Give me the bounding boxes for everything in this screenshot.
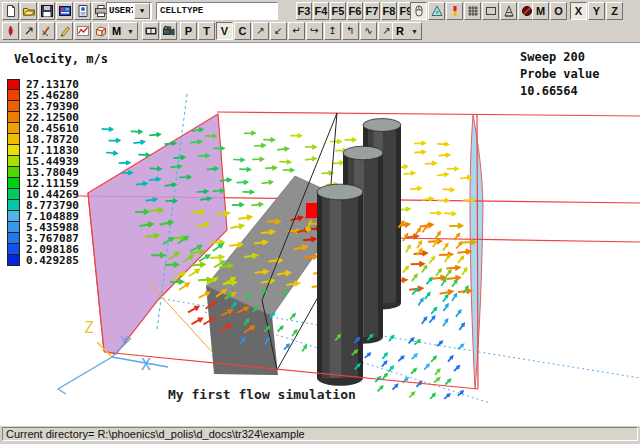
new-file-button[interactable] xyxy=(2,2,19,20)
axis-x-button[interactable]: X xyxy=(570,2,587,20)
new-icon xyxy=(5,5,17,17)
solver-readout: Sweep 200 Probe value 10.66564 xyxy=(520,49,599,100)
probe-button[interactable] xyxy=(446,2,463,20)
mesh-button[interactable]: M xyxy=(532,2,549,20)
tilt-down-button-icon: ↰ xyxy=(346,26,354,36)
domain-edge-front xyxy=(104,352,478,389)
animation-button-group xyxy=(142,22,177,40)
function-key-group: F3F4F5F6F7F8F9 xyxy=(296,2,414,20)
probe-value-label: Probe value xyxy=(520,66,599,83)
x-axis-label: X xyxy=(141,355,151,374)
eraser-button[interactable] xyxy=(38,22,55,40)
objects-button[interactable]: O xyxy=(550,2,567,20)
graph-button[interactable] xyxy=(74,22,91,40)
legend-swatch xyxy=(7,222,20,233)
eraser-icon xyxy=(41,25,53,37)
fkey-F5[interactable]: F5 xyxy=(330,2,346,20)
mouse-mode-button[interactable] xyxy=(410,2,427,20)
outlet-plane xyxy=(470,114,483,389)
report-button[interactable] xyxy=(74,2,91,20)
rotate-sw-button[interactable]: ↙ xyxy=(270,22,287,40)
save-button[interactable] xyxy=(38,2,55,20)
outline-icon xyxy=(485,5,497,17)
movie-button[interactable] xyxy=(160,22,177,40)
curve-path-button[interactable]: ∿ xyxy=(360,22,377,40)
curve-path-button-icon: ∿ xyxy=(364,26,372,36)
macro-split-button[interactable]: M ▼ xyxy=(108,22,138,40)
y-axis-label: Y xyxy=(120,333,128,348)
object-toggle-button[interactable] xyxy=(500,2,517,20)
axis-y-button[interactable]: Y xyxy=(588,2,605,20)
display-icon xyxy=(59,5,71,17)
text-button[interactable]: T xyxy=(198,22,215,40)
rotate-ne-button[interactable]: ↗ xyxy=(252,22,269,40)
legend-swatch xyxy=(7,112,20,123)
combobox-dropdown-icon[interactable]: ▼ xyxy=(134,3,150,19)
probepos-icon xyxy=(431,5,443,17)
tilt-up-button[interactable]: ↥ xyxy=(324,22,341,40)
reset-dropdown-icon[interactable]: ▼ xyxy=(411,28,418,35)
grid-toggle-button[interactable] xyxy=(464,2,481,20)
rotate-right-button-icon: ↪ xyxy=(310,26,318,36)
cube-icon xyxy=(95,25,107,37)
legend-swatch xyxy=(7,178,20,189)
printer-icon xyxy=(95,5,107,17)
legend-swatch xyxy=(7,101,20,112)
rotate-left-button-icon: ↵ xyxy=(292,26,300,36)
status-bar: Current directory= R:\phoenics\d_polis\d… xyxy=(0,426,640,444)
floppy-icon xyxy=(41,5,53,17)
probe-marker xyxy=(306,203,317,218)
select-arrow-button[interactable] xyxy=(20,22,37,40)
variable-combobox-value: USER7 xyxy=(107,6,133,16)
photon-button[interactable]: P xyxy=(180,22,197,40)
legend-swatch xyxy=(7,90,20,101)
pen-button[interactable] xyxy=(2,22,19,40)
fkey-F8[interactable]: F8 xyxy=(381,2,397,20)
probe-value: 10.66564 xyxy=(520,83,599,100)
flow-scene: ZYX xyxy=(0,43,640,426)
tilt-up-button-icon: ↥ xyxy=(328,26,336,36)
graph-icon xyxy=(77,25,89,37)
toolbar-row-1: USER7 ▼ F3F4F5F6F7F8F9 MO XYZ xyxy=(0,2,640,22)
vector-button[interactable]: V xyxy=(216,22,233,40)
film-button[interactable] xyxy=(142,22,159,40)
box-button[interactable] xyxy=(92,22,109,40)
display-options-button[interactable] xyxy=(56,2,73,20)
hide-icon xyxy=(521,5,533,17)
legend-swatch xyxy=(7,189,20,200)
mesh-object-group: MO xyxy=(532,2,567,20)
edit-button-group xyxy=(2,22,109,40)
axis-z-button[interactable]: Z xyxy=(606,2,623,20)
legend-swatch xyxy=(7,134,20,145)
pencil-button[interactable] xyxy=(56,22,73,40)
rotate-left-button[interactable]: ↵ xyxy=(288,22,305,40)
report-icon xyxy=(77,5,89,17)
open-file-button[interactable] xyxy=(20,2,37,20)
fkey-F4[interactable]: F4 xyxy=(313,2,329,20)
macro-dropdown-icon[interactable]: ▼ xyxy=(127,28,134,35)
rotate-button-group: ↗↙↵↪↥↰∿↗ xyxy=(252,22,395,40)
outline-toggle-button[interactable] xyxy=(482,2,499,20)
rotate-right-button[interactable]: ↪ xyxy=(306,22,323,40)
line-path-button-icon: ↗ xyxy=(382,26,390,36)
reset-split-button[interactable]: R ▼ xyxy=(392,22,422,40)
x-axis-line xyxy=(112,357,168,367)
cell-type-field[interactable] xyxy=(156,2,278,20)
object-icon xyxy=(503,5,515,17)
legend-swatch xyxy=(7,145,20,156)
fkey-F6[interactable]: F6 xyxy=(347,2,363,20)
tilt-down-button[interactable]: ↰ xyxy=(342,22,359,40)
legend-swatch xyxy=(7,233,20,244)
fkey-F3[interactable]: F3 xyxy=(296,2,312,20)
select-icon xyxy=(23,25,35,37)
fkey-F7[interactable]: F7 xyxy=(364,2,380,20)
reset-split-label: R xyxy=(396,25,404,37)
sweep-counter: Sweep 200 xyxy=(520,49,599,66)
variable-combobox[interactable]: USER7 ▼ xyxy=(106,2,152,20)
legend-swatch xyxy=(7,156,20,167)
graphics-viewport[interactable]: ZYX Velocity, m/s 27.1317025.4628023.793… xyxy=(0,42,640,426)
legend-swatch xyxy=(7,244,20,255)
contour-button[interactable]: C xyxy=(234,22,251,40)
probe-position-button[interactable] xyxy=(428,2,445,20)
rotate-sw-button-icon: ↙ xyxy=(274,26,282,36)
